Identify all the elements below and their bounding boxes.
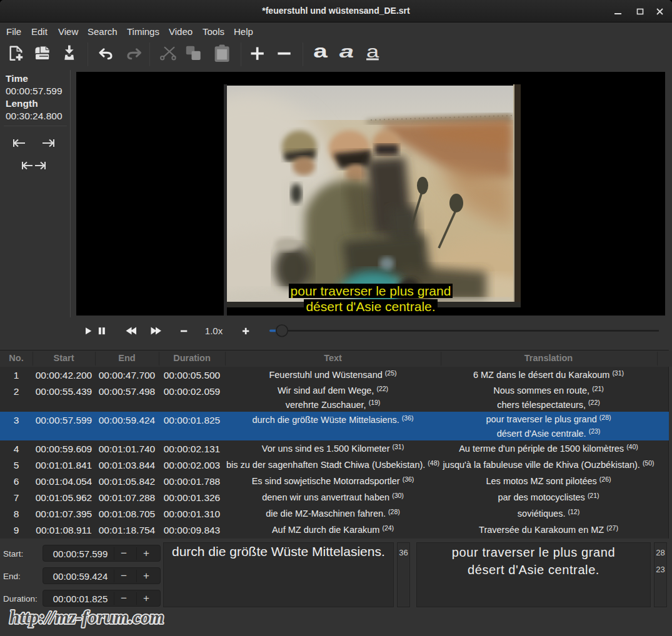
svg-text:a: a — [313, 41, 328, 61]
svg-text:http://mz-forum.com: http://mz-forum.com — [9, 607, 164, 627]
svg-text:a: a — [339, 42, 354, 61]
svg-text:1.0x: 1.0x — [205, 325, 223, 336]
